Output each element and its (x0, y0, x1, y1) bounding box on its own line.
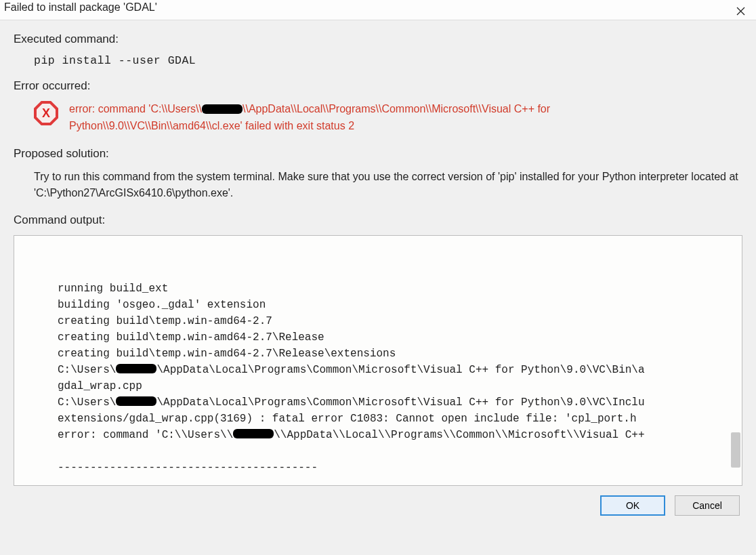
command-output-text: running build_ext building 'osgeo._gdal'… (14, 281, 742, 486)
redacted-username (202, 104, 243, 114)
close-icon (736, 7, 745, 16)
command-output-box: running build_ext building 'osgeo._gdal'… (14, 235, 742, 486)
error-x-icon: X (42, 106, 50, 121)
proposed-solution-text: Try to run this command from the system … (34, 169, 738, 201)
proposed-solution-label: Proposed solution: (14, 147, 742, 161)
error-occurred-label: Error occurred: (14, 79, 742, 93)
scrollbar-vertical[interactable] (731, 432, 740, 468)
window-title: Failed to install package 'GDAL' (4, 1, 157, 14)
close-button[interactable] (725, 1, 756, 20)
error-row: X error: command 'C:\\Users\\\\AppData\\… (34, 101, 742, 135)
dialog-content: Executed command: pip install --user GDA… (0, 20, 756, 486)
redacted-username (116, 396, 156, 406)
executed-command-label: Executed command: (14, 33, 742, 46)
titlebar: Failed to install package 'GDAL' (0, 0, 756, 20)
executed-command-text: pip install --user GDAL (34, 54, 742, 67)
redacted-username (116, 364, 156, 373)
cancel-button[interactable]: Cancel (675, 495, 740, 516)
redacted-username (233, 429, 274, 438)
ok-button[interactable]: OK (600, 495, 665, 516)
command-output-label: Command output: (14, 213, 742, 227)
button-row: OK Cancel (0, 486, 756, 516)
error-icon: X (34, 101, 58, 125)
error-message: error: command 'C:\\Users\\\\AppData\\Lo… (69, 101, 706, 135)
